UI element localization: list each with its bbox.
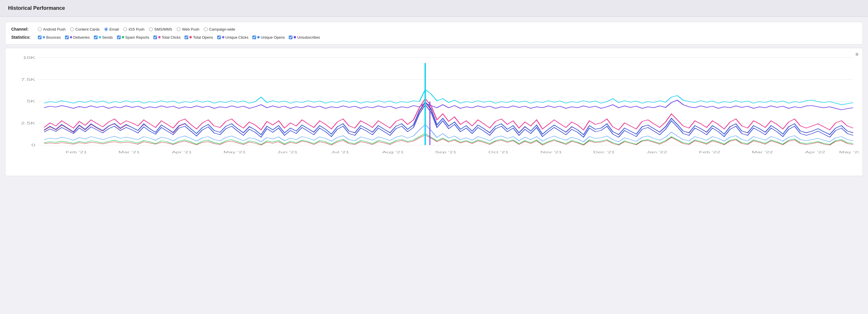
stat-sends[interactable]: Sends [94,35,113,39]
stat-spam-reports-checkbox[interactable] [117,35,121,39]
svg-text:Jul '21: Jul '21 [331,150,349,154]
channel-sms-mms-label: SMS/MMS [154,27,172,31]
channel-web-push[interactable]: Web Push [177,27,199,31]
stat-unique-clicks[interactable]: Unique Clicks [217,35,248,39]
svg-text:Mar '21: Mar '21 [118,150,140,154]
stat-total-clicks[interactable]: Total Clicks [153,35,181,39]
stat-unique-clicks-dot [222,36,224,38]
channel-sms-mms[interactable]: SMS/MMS [149,27,172,31]
sends-line [44,90,853,105]
svg-text:Feb '22: Feb '22 [699,150,720,154]
stat-total-opens-label: Total Opens [193,35,213,39]
channel-radio-group: Android Push Content Cards Email iOS Pus… [38,27,235,31]
stat-unsubscribes-label: Unsubscribes [297,35,320,39]
channel-content-cards[interactable]: Content Cards [70,27,100,31]
svg-text:Jun '21: Jun '21 [277,150,298,154]
stat-unique-opens-checkbox[interactable] [252,35,256,39]
channel-android-push-label: Android Push [43,27,66,31]
svg-text:Jan '22: Jan '22 [647,150,667,154]
svg-text:Apr '22: Apr '22 [805,150,825,154]
channel-campaign-wide-label: Campaign-wide [209,27,235,31]
stat-bounces[interactable]: Bounces [38,35,61,39]
svg-text:Sep '21: Sep '21 [435,150,457,154]
channel-content-cards-label: Content Cards [75,27,100,31]
stat-unique-clicks-checkbox[interactable] [217,35,221,39]
stat-spam-reports-label: Spam Reports [125,35,149,39]
stat-unique-opens-dot [257,36,259,38]
statistics-checkbox-group: Bounces Deliveries Sends Spam Reports [38,35,320,39]
filter-panel: Channel: Android Push Content Cards Emai… [5,22,863,44]
bounces-line [44,124,853,142]
svg-text:May '22: May '22 [839,150,859,154]
page-title: Historical Performance [8,5,65,11]
main-chart-svg: 10K 7.5K 5K 2.5K 0 Feb '21 Mar '21 Apr '… [9,55,859,170]
channel-ios-push[interactable]: iOS Push [123,27,144,31]
svg-text:2.5K: 2.5K [21,121,35,125]
stat-unique-opens-label: Unique Opens [261,35,285,39]
total-opens-line [44,99,853,130]
channel-email-label: Email [110,27,119,31]
stat-total-clicks-checkbox[interactable] [153,35,157,39]
svg-text:Dec '21: Dec '21 [593,150,615,154]
channel-filter-label: Channel: [11,27,34,31]
stat-spam-reports[interactable]: Spam Reports [117,35,149,39]
stat-total-opens[interactable]: Total Opens [185,35,213,39]
stat-total-opens-checkbox[interactable] [185,35,188,39]
channel-android-push-radio[interactable] [38,27,41,31]
channel-campaign-wide[interactable]: Campaign-wide [204,27,235,31]
channel-sms-mms-radio[interactable] [149,27,153,31]
stat-unsubscribes-dot [294,36,296,38]
channel-content-cards-radio[interactable] [70,27,74,31]
stat-bounces-checkbox[interactable] [38,35,41,39]
stat-total-opens-dot [189,36,192,38]
stat-unique-opens[interactable]: Unique Opens [252,35,285,39]
stat-spam-reports-dot [122,36,124,38]
svg-text:Oct '21: Oct '21 [488,150,508,154]
stat-unique-clicks-label: Unique Clicks [225,35,248,39]
channel-ios-push-label: iOS Push [128,27,144,31]
stat-unsubscribes-checkbox[interactable] [289,35,292,39]
svg-text:7.5K: 7.5K [21,77,35,82]
main-content: Channel: Android Push Content Cards Emai… [0,17,868,181]
stat-deliveries-checkbox[interactable] [65,35,69,39]
channel-filter-row: Channel: Android Push Content Cards Emai… [11,27,857,31]
svg-text:5K: 5K [27,99,35,103]
stat-bounces-label: Bounces [46,35,61,39]
channel-email-radio[interactable] [104,27,108,31]
svg-text:May '21: May '21 [223,150,246,154]
stat-sends-checkbox[interactable] [94,35,98,39]
channel-android-push[interactable]: Android Push [38,27,66,31]
channel-email[interactable]: Email [104,27,119,31]
svg-text:Apr '21: Apr '21 [172,150,192,154]
channel-web-push-radio[interactable] [177,27,181,31]
channel-ios-push-radio[interactable] [123,27,127,31]
stat-total-clicks-dot [158,36,160,38]
stat-bounces-dot [43,36,45,38]
stat-unsubscribes[interactable]: Unsubscribes [289,35,320,39]
channel-web-push-label: Web Push [182,27,199,31]
chart-area: 10K 7.5K 5K 2.5K 0 Feb '21 Mar '21 Apr '… [9,55,859,170]
stat-sends-label: Sends [102,35,113,39]
svg-text:Aug '21: Aug '21 [382,150,404,154]
page-title-bar: Historical Performance [0,0,868,17]
stat-deliveries-label: Deliveries [73,35,90,39]
svg-text:Feb '21: Feb '21 [66,150,87,154]
svg-text:10K: 10K [23,55,35,59]
statistics-filter-row: Statistics: Bounces Deliveries Sends [11,35,857,39]
svg-text:0: 0 [31,143,35,147]
stat-sends-dot [99,36,101,38]
svg-text:Nov '21: Nov '21 [540,150,562,154]
statistics-filter-label: Statistics: [11,35,34,39]
chart-container: ≡ 10K 7.5K 5K 2.5K 0 Feb '21 Mar '21 Apr… [5,48,863,176]
channel-campaign-wide-radio[interactable] [204,27,208,31]
stat-total-clicks-label: Total Clicks [162,35,181,39]
stat-deliveries[interactable]: Deliveries [65,35,90,39]
svg-text:Mar '22: Mar '22 [752,150,773,154]
stat-deliveries-dot [70,36,72,38]
